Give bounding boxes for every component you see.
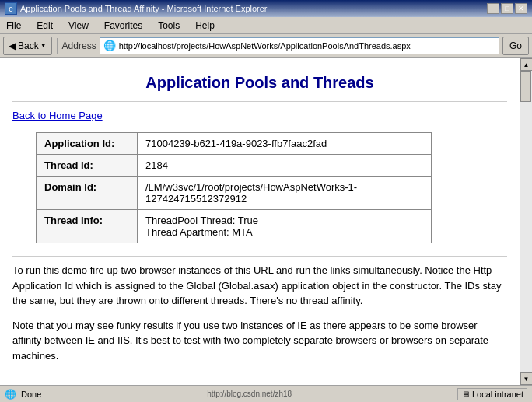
status-center: http://blog.csdn.net/zh18 — [207, 390, 292, 398]
maximize-button[interactable]: □ — [501, 3, 513, 14]
address-input[interactable] — [119, 41, 495, 51]
back-dropdown-icon[interactable]: ▼ — [40, 42, 47, 49]
toolbar: ◀ Back ▼ Address 🌐 Go — [0, 34, 532, 58]
description-section: To run this demo fire up two browser ins… — [12, 256, 507, 363]
page-title: Application Pools and Threads — [12, 66, 507, 102]
app-icon: e — [5, 2, 17, 15]
close-button[interactable]: ✕ — [515, 3, 527, 14]
label-thread-id: Thread Id: — [37, 155, 138, 177]
toolbar-separator — [57, 38, 58, 54]
intranet-badge: 🖥 Local intranet — [457, 388, 527, 400]
go-button[interactable]: Go — [502, 37, 529, 55]
value-thread-info: ThreadPool Thread: TrueThread Apartment:… — [138, 210, 432, 243]
window-title: Application Pools and Thread Affinity - … — [20, 4, 268, 13]
table-row: Thread Id: 2184 — [37, 155, 432, 177]
intranet-icon: 🖥 — [461, 390, 470, 399]
table-row: Application Id: 71004239-b621-419a-9023-… — [37, 133, 432, 155]
back-to-home-link[interactable]: Back to Home Page — [12, 110, 507, 121]
table-row: Domain Id: /LM/w3svc/1/root/projects/How… — [37, 177, 432, 210]
title-bar: e Application Pools and Thread Affinity … — [0, 0, 532, 17]
menu-favorites[interactable]: Favorites — [101, 19, 145, 32]
address-bar: Address 🌐 Go — [62, 37, 529, 55]
menu-help[interactable]: Help — [192, 19, 218, 32]
scroll-up-button[interactable]: ▲ — [520, 58, 533, 71]
value-thread-id: 2184 — [138, 155, 432, 177]
value-domain-id: /LM/w3svc/1/root/projects/HowAspNetWorks… — [138, 177, 432, 210]
status-icon: 🌐 — [5, 389, 16, 400]
table-row: Thread Info: ThreadPool Thread: TrueThre… — [37, 210, 432, 243]
menu-file[interactable]: File — [3, 19, 24, 32]
description-paragraph-1: To run this demo fire up two browser ins… — [12, 263, 507, 309]
status-bar: 🌐 Done http://blog.csdn.net/zh18 🖥 Local… — [0, 385, 532, 402]
menu-tools[interactable]: Tools — [155, 19, 183, 32]
browser-content: Application Pools and Threads Back to Ho… — [0, 58, 532, 385]
menu-bar: File Edit View Favorites Tools Help — [0, 17, 532, 34]
label-application-id: Application Id: — [37, 133, 138, 155]
scroll-track[interactable] — [520, 71, 532, 372]
scrollbar[interactable]: ▲ ▼ — [520, 58, 532, 385]
address-label: Address — [62, 40, 96, 51]
label-domain-id: Domain Id: — [37, 177, 138, 210]
intranet-label: Local intranet — [472, 390, 523, 399]
content-main: Application Pools and Threads Back to Ho… — [0, 58, 520, 385]
scroll-down-button[interactable]: ▼ — [520, 372, 533, 385]
back-button[interactable]: ◀ Back ▼ — [3, 37, 52, 55]
address-input-wrap: 🌐 — [100, 37, 499, 54]
status-text: Done — [21, 390, 41, 399]
status-left: 🌐 Done — [5, 389, 41, 400]
minimize-button[interactable]: ─ — [487, 3, 499, 14]
window-controls[interactable]: ─ □ ✕ — [487, 3, 527, 14]
menu-edit[interactable]: Edit — [33, 19, 56, 32]
page-icon: 🌐 — [103, 40, 116, 51]
back-label: Back — [18, 40, 39, 51]
info-table: Application Id: 71004239-b621-419a-9023-… — [36, 132, 432, 243]
back-arrow-icon: ◀ — [9, 40, 16, 51]
value-application-id: 71004239-b621-419a-9023-ffb7faac2fad — [138, 133, 432, 155]
menu-view[interactable]: View — [65, 19, 92, 32]
description-paragraph-2: Note that you may see funky results if y… — [12, 318, 507, 364]
label-thread-info: Thread Info: — [37, 210, 138, 243]
scroll-thumb[interactable] — [520, 71, 531, 102]
